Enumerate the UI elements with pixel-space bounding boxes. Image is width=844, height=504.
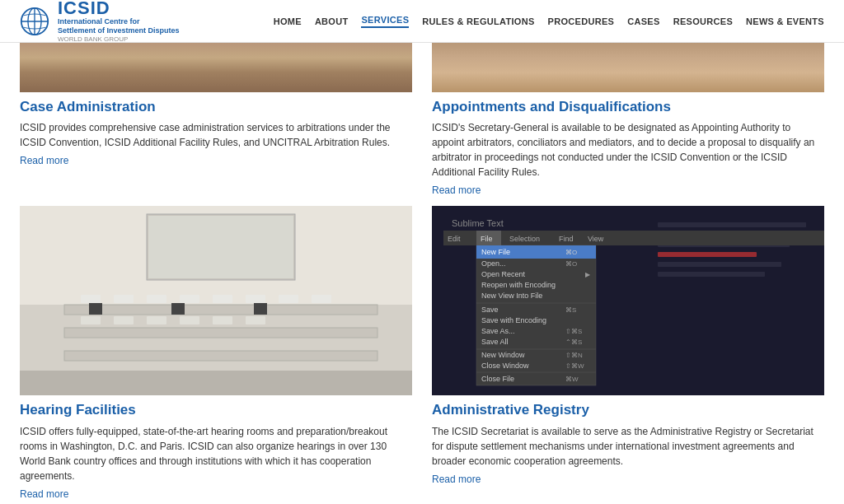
nav-news[interactable]: NEWS & EVENTS bbox=[746, 16, 824, 26]
case-admin-body: ICSID provides comprehensive case admini… bbox=[20, 120, 412, 150]
svg-text:Close Window: Close Window bbox=[481, 362, 529, 370]
svg-text:Save: Save bbox=[481, 306, 499, 314]
cards-row-1: Case Administration ICSID provides compr… bbox=[20, 92, 824, 199]
svg-rect-19 bbox=[81, 316, 101, 324]
svg-text:Open Recent: Open Recent bbox=[481, 270, 526, 278]
svg-rect-34 bbox=[658, 262, 781, 267]
nav-resources[interactable]: RESOURCES bbox=[673, 16, 733, 26]
svg-text:Find: Find bbox=[559, 235, 574, 243]
svg-text:New View Into File: New View Into File bbox=[481, 292, 542, 300]
svg-rect-15 bbox=[213, 295, 232, 303]
site-header: ICSID International Centre for Settlemen… bbox=[0, 0, 844, 43]
card-hearing: Hearing Facilities ICSID offers fully-eq… bbox=[20, 206, 412, 502]
appointments-read-more[interactable]: Read more bbox=[432, 184, 824, 196]
svg-rect-12 bbox=[114, 295, 134, 303]
svg-text:⌘W: ⌘W bbox=[565, 376, 579, 383]
svg-rect-10 bbox=[64, 351, 377, 361]
svg-text:Reopen with Encoding: Reopen with Encoding bbox=[481, 281, 556, 289]
logo-wbg: WORLD BANK GROUP bbox=[58, 35, 180, 43]
logo-area: ICSID International Centre for Settlemen… bbox=[20, 0, 180, 43]
svg-text:File: File bbox=[481, 235, 493, 243]
svg-text:Sublime Text: Sublime Text bbox=[452, 218, 504, 228]
appointments-title: Appointments and Disqualifications bbox=[432, 99, 824, 115]
nav-about[interactable]: ABOUT bbox=[315, 16, 349, 26]
main-nav: HOME ABOUT SERVICES RULES & REGULATIONS … bbox=[274, 15, 824, 28]
case-admin-title: Case Administration bbox=[20, 99, 412, 115]
svg-rect-13 bbox=[147, 295, 166, 303]
svg-text:New File: New File bbox=[481, 248, 510, 256]
svg-rect-7 bbox=[148, 216, 293, 278]
svg-rect-9 bbox=[64, 328, 377, 338]
svg-rect-33 bbox=[658, 252, 757, 257]
card-registry: Sublime Text File Edit Selection Find Vi… bbox=[432, 206, 824, 502]
main-content: Case Administration ICSID provides compr… bbox=[0, 43, 844, 503]
hearing-image bbox=[20, 206, 412, 395]
svg-text:Edit: Edit bbox=[448, 235, 461, 243]
svg-rect-28 bbox=[20, 371, 412, 395]
svg-text:▶: ▶ bbox=[585, 271, 591, 278]
svg-rect-35 bbox=[658, 272, 765, 277]
svg-rect-26 bbox=[171, 303, 185, 315]
svg-text:⌘S: ⌘S bbox=[565, 306, 576, 314]
cards-row-2: Hearing Facilities ICSID offers fully-eq… bbox=[20, 206, 824, 502]
card-appointments: Appointments and Disqualifications ICSID… bbox=[432, 92, 824, 199]
svg-text:⇧⌘N: ⇧⌘N bbox=[565, 352, 583, 359]
hearing-title: Hearing Facilities bbox=[20, 402, 412, 418]
nav-cases[interactable]: CASES bbox=[627, 16, 659, 26]
svg-rect-11 bbox=[81, 295, 101, 303]
card-case-admin: Case Administration ICSID provides compr… bbox=[20, 92, 412, 199]
registry-image: Sublime Text File Edit Selection Find Vi… bbox=[432, 206, 824, 395]
svg-rect-24 bbox=[246, 316, 265, 324]
nav-services[interactable]: SERVICES bbox=[361, 15, 409, 28]
nav-procedures[interactable]: PROCEDURES bbox=[548, 16, 615, 26]
nav-rules[interactable]: RULES & REGULATIONS bbox=[422, 16, 534, 26]
registry-read-more[interactable]: Read more bbox=[432, 474, 824, 485]
logo-name: ICSID bbox=[58, 0, 180, 17]
svg-rect-27 bbox=[254, 303, 267, 315]
svg-rect-25 bbox=[89, 303, 102, 315]
globe-icon bbox=[20, 7, 49, 36]
svg-rect-18 bbox=[312, 295, 331, 303]
svg-rect-8 bbox=[64, 305, 377, 315]
case-admin-read-more[interactable]: Read more bbox=[20, 155, 412, 166]
svg-text:Close File: Close File bbox=[481, 375, 514, 383]
svg-rect-20 bbox=[114, 316, 134, 324]
svg-text:⌘O: ⌘O bbox=[565, 260, 577, 268]
registry-title: Administrative Registry bbox=[432, 402, 824, 418]
svg-text:Selection: Selection bbox=[509, 235, 540, 243]
svg-rect-30 bbox=[658, 222, 806, 227]
svg-text:⇧⌘W: ⇧⌘W bbox=[565, 362, 584, 370]
case-admin-top-image bbox=[20, 43, 412, 92]
svg-text:⌃⌘S: ⌃⌘S bbox=[565, 338, 582, 346]
svg-text:Open...: Open... bbox=[481, 259, 506, 268]
svg-text:Save As...: Save As... bbox=[481, 327, 515, 335]
appointments-top-image bbox=[432, 43, 824, 92]
svg-text:Save with Encoding: Save with Encoding bbox=[481, 316, 546, 324]
svg-text:New Window: New Window bbox=[481, 351, 525, 359]
svg-rect-22 bbox=[180, 316, 199, 324]
registry-body: The ICSID Secretariat is available to se… bbox=[432, 424, 824, 469]
svg-rect-23 bbox=[213, 316, 232, 324]
svg-rect-21 bbox=[147, 316, 166, 324]
appointments-body: ICSID's Secretary-General is available t… bbox=[432, 120, 824, 180]
svg-text:Save All: Save All bbox=[481, 338, 509, 346]
logo-text: ICSID International Centre for Settlemen… bbox=[58, 0, 180, 43]
hearing-read-more[interactable]: Read more bbox=[20, 488, 412, 500]
nav-home[interactable]: HOME bbox=[274, 16, 302, 26]
svg-text:View: View bbox=[588, 235, 604, 243]
svg-rect-16 bbox=[246, 295, 265, 303]
svg-text:⇧⌘S: ⇧⌘S bbox=[565, 328, 582, 335]
logo-subtitle-1: International Centre for bbox=[58, 17, 180, 26]
hearing-body: ICSID offers fully-equipped, state-of-th… bbox=[20, 424, 412, 483]
svg-text:⌘O: ⌘O bbox=[565, 249, 577, 256]
svg-rect-17 bbox=[279, 295, 298, 303]
logo-subtitle-2: Settlement of Investment Disputes bbox=[58, 26, 180, 35]
svg-rect-14 bbox=[180, 295, 199, 303]
top-row-images bbox=[20, 43, 824, 92]
